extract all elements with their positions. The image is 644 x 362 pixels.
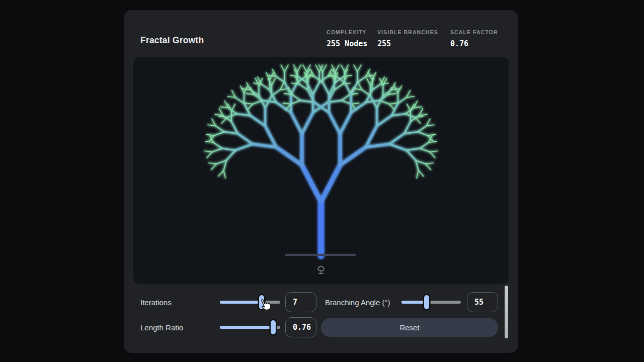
iterations-slider[interactable] [220, 301, 280, 304]
iterations-slider-thumb[interactable] [259, 295, 264, 309]
length-ratio-label: Length Ratio [140, 323, 183, 332]
branching-angle-slider[interactable] [401, 301, 461, 304]
fractal-tree [133, 57, 509, 284]
length-ratio-slider-fill [220, 326, 273, 329]
branching-angle-label: Branching Angle (°) [325, 298, 390, 307]
stat-visible-branches-value: 255 [377, 39, 438, 48]
stat-complexity: COMPLEXITY 255 Nodes [327, 29, 367, 48]
scrollbar-thumb[interactable] [505, 286, 508, 338]
stat-scale-factor-label: SCALE FACTOR [450, 29, 498, 35]
branching-angle-slider-thumb[interactable] [424, 295, 429, 309]
page-title: Fractal Growth [140, 35, 204, 46]
tree-icon [318, 266, 324, 274]
iterations-slider-fill [220, 301, 262, 304]
iterations-value-field[interactable]: 7 [285, 292, 316, 312]
iterations-label: Iterations [140, 298, 172, 307]
fractal-canvas [133, 57, 509, 284]
stat-complexity-label: COMPLEXITY [327, 29, 367, 35]
length-ratio-slider[interactable] [220, 326, 280, 329]
stat-visible-branches-label: VISIBLE BRANCHES [377, 29, 438, 35]
stat-visible-branches: VISIBLE BRANCHES 255 [377, 29, 438, 48]
stat-scale-factor-value: 0.76 [450, 39, 498, 48]
length-ratio-value-field[interactable]: 0.76 [285, 317, 316, 337]
reset-button[interactable]: Reset [321, 318, 498, 337]
length-ratio-slider-thumb[interactable] [271, 320, 276, 334]
branching-angle-value-field[interactable]: 55 [467, 292, 498, 312]
stat-scale-factor: SCALE FACTOR 0.76 [450, 29, 498, 48]
branching-angle-slider-fill [401, 301, 427, 304]
stat-complexity-value: 255 Nodes [327, 39, 367, 48]
fractal-growth-window: Fractal Growth COMPLEXITY 255 Nodes VISI… [124, 10, 518, 353]
